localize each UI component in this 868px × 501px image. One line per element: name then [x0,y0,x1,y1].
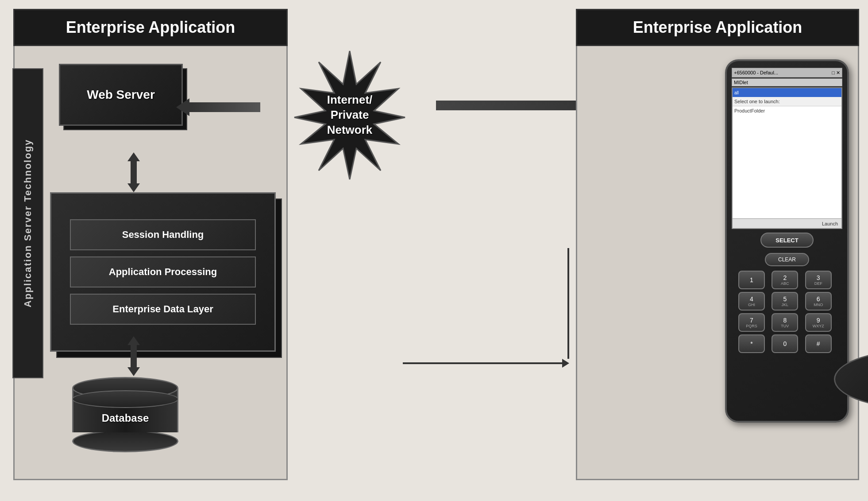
phone-key-6[interactable]: 6MNO [805,292,832,311]
web-server-front: Web Server [59,64,183,126]
db-bottom [72,430,178,452]
phone-window-controls: □ ✕ [832,70,840,76]
app-server-front: Session Handling Application Processing … [50,192,276,352]
phone-screen: all Select one to launch: ProductFolder … [732,87,842,229]
right-panel-title: Enterprise Application [633,18,802,36]
phone-title-text: +6560000 - Defaul... [734,70,778,75]
phone-launch-label: Launch [822,221,838,226]
web-server-label: Web Server [87,88,155,102]
phone-key-2[interactable]: 2ABC [772,271,798,289]
l-arrow-h-head [562,359,569,368]
session-handling-label: Session Handling [122,229,204,241]
phone-launch-bar: Launch [733,218,841,228]
phone-screen-white [733,115,841,218]
database-wrapper: Database [72,377,183,457]
app-processing-box: Application Processing [70,256,256,287]
phone-key-3[interactable]: 3DEF [805,271,832,289]
phone-key-9[interactable]: 9WXYZ [805,313,832,332]
phone-key-1[interactable]: 1 [738,271,765,289]
phone-screen-select: Select one to launch: [733,97,841,106]
l-arrow-vertical [567,248,569,359]
left-arrow-head-icon [176,98,189,116]
phone-key-4[interactable]: 4GHI [738,292,765,311]
phone-mockup: +6560000 - Defaul... □ ✕ MIDlet all Sele… [725,59,849,423]
enterprise-data-box: Enterprise Data Layer [70,294,256,325]
right-panel-body: +6560000 - Defaul... □ ✕ MIDlet all Sele… [576,46,859,480]
app-server-box: Session Handling Application Processing … [50,192,276,352]
phone-key-5[interactable]: 5JKL [772,292,798,311]
web-server-wrapper: Web Server [59,64,192,135]
phone-screen-item: ProductFolder [733,106,841,115]
phone-keypad: 1 2ABC 3DEF 4GHI 5JKL 6MNO 7PQRS 8TUV 9W… [738,271,836,353]
phone-screen-row: all [733,88,841,97]
arrow-up-2-icon [127,336,140,345]
vertical-arrow-app-db [127,336,140,376]
database-label: Database [102,412,149,424]
left-arrow [176,98,260,116]
arrow-up-icon [127,152,140,161]
left-panel-header: Enterprise Application [13,9,288,46]
phone-select-button[interactable]: SELECT [760,233,814,248]
sidebar-label: Application Server Technology [12,68,43,378]
left-panel-title: Enterprise Application [66,18,235,36]
phone-midlet-bar: MIDlet [732,78,842,86]
phone-title-bar: +6560000 - Defaul... □ ✕ [732,68,842,78]
database-cylinder: Database [72,377,178,452]
phone-key-8[interactable]: 8TUV [772,313,798,332]
vertical-arrow-web-app [127,152,140,192]
web-server-box: Web Server [59,64,183,126]
phone-clear-button[interactable]: CLEAR [765,253,809,266]
arrow-shaft [131,161,137,183]
starburst-wrapper: Internet/ Private Network [266,35,434,195]
app-processing-label: Application Processing [109,266,217,278]
right-panel-header: Enterprise Application [576,9,859,46]
network-label: Internet/ Private Network [310,93,390,137]
session-handling-box: Session Handling [70,219,256,250]
left-arrow-shaft [189,102,260,112]
app-server-wrapper: Session Handling Application Processing … [50,192,285,361]
phone-key-0[interactable]: 0 [772,334,798,353]
phone-key-hash[interactable]: # [805,334,832,353]
enterprise-data-label: Enterprise Data Layer [112,303,213,315]
starburst: Internet/ Private Network [283,49,416,182]
phone-midlet-text: MIDlet [734,80,748,85]
l-arrow-h-shaft [403,362,562,364]
main-container: Enterprise Application Application Serve… [0,0,868,501]
phone-key-star[interactable]: * [738,334,765,353]
l-arrow [403,248,569,368]
l-arrow-horizontal [403,359,569,368]
arrow-down-2-icon [127,367,140,376]
db-extra-layer [72,390,178,408]
right-panel: Enterprise Application +6560000 - Defaul… [576,9,859,487]
arrow-down-icon [127,183,140,192]
arrow-shaft-2 [131,345,137,367]
phone-key-7[interactable]: 7PQRS [738,313,765,332]
left-panel: Enterprise Application Application Serve… [13,9,288,487]
